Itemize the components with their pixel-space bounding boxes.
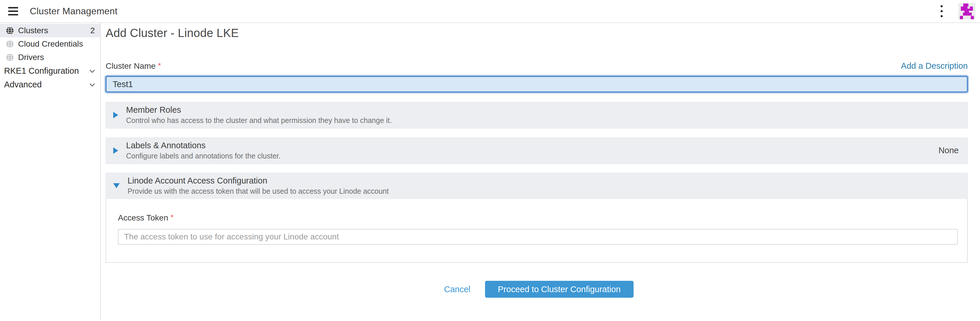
page-title: Add Cluster - Linode LKE: [106, 27, 968, 40]
accordion-linode-account-access[interactable]: Linode Account Access Configuration Prov…: [106, 173, 968, 199]
app-body: Clusters 2 Cloud Credentials: [0, 23, 980, 320]
triangle-right-icon: [113, 112, 118, 118]
cluster-name-label-row: Cluster Name* Add a Description: [106, 61, 968, 71]
accordion-member-roles[interactable]: Member Roles Control who has access to t…: [106, 102, 968, 128]
sidebar-item-cloud-credentials[interactable]: Cloud Credentials: [0, 37, 100, 51]
sidebar-section-rke1-configuration[interactable]: RKE1 Configuration: [0, 64, 100, 78]
triangle-right-icon: [113, 147, 118, 154]
sidebar-item-label: Clusters: [18, 26, 48, 35]
sidebar: Clusters 2 Cloud Credentials: [0, 23, 101, 320]
globe-icon: [6, 40, 14, 48]
globe-icon: [6, 27, 14, 35]
sidebar-item-label: Drivers: [18, 53, 44, 62]
required-asterisk: *: [158, 61, 161, 70]
sidebar-section-label: RKE1 Configuration: [4, 66, 79, 76]
hamburger-menu-icon[interactable]: [8, 7, 18, 16]
sidebar-item-label: Cloud Credentials: [18, 40, 83, 49]
accordion-title: Linode Account Access Configuration: [127, 176, 389, 185]
proceed-to-cluster-configuration-button[interactable]: Proceed to Cluster Configuration: [485, 281, 633, 298]
cluster-management-app: Cluster Management: [0, 0, 980, 321]
access-token-label: Access Token: [118, 213, 168, 222]
add-description-link[interactable]: Add a Description: [901, 61, 968, 71]
app-title: Cluster Management: [30, 6, 118, 17]
cancel-button[interactable]: Cancel: [440, 281, 474, 297]
sidebar-section-advanced[interactable]: Advanced: [0, 78, 100, 92]
globe-icon: [6, 53, 14, 62]
accordion-title: Labels & Annotations: [126, 141, 281, 150]
chevron-down-icon: [88, 81, 96, 89]
form-actions: Cancel Proceed to Cluster Configuration: [106, 281, 968, 298]
labels-none-value: None: [930, 145, 959, 155]
accordion-title: Member Roles: [126, 105, 391, 115]
access-token-input[interactable]: [118, 229, 958, 245]
app-header: Cluster Management: [0, 0, 980, 23]
clusters-count-badge: 2: [90, 26, 95, 35]
sidebar-section-label: Advanced: [4, 80, 42, 89]
sidebar-item-drivers[interactable]: Drivers: [0, 51, 100, 64]
rancher-logo-icon: [958, 3, 975, 19]
required-asterisk: *: [170, 213, 173, 222]
accordion-subtitle: Configure labels and annotations for the…: [126, 152, 281, 160]
accordion-subtitle: Provide us with the access token that wi…: [127, 187, 389, 196]
accordion-labels-annotations[interactable]: Labels & Annotations Configure labels an…: [106, 138, 968, 164]
linode-access-panel: Access Token*: [106, 199, 968, 263]
accordion-subtitle: Control who has access to the cluster an…: [126, 116, 391, 125]
sidebar-item-clusters[interactable]: Clusters 2: [0, 24, 100, 37]
chevron-down-icon: [88, 67, 96, 75]
main-content: Add Cluster - Linode LKE Cluster Name* A…: [101, 23, 980, 320]
cluster-name-input[interactable]: [106, 76, 968, 92]
cluster-name-label: Cluster Name: [106, 62, 156, 71]
triangle-down-icon: [113, 183, 120, 188]
kebab-menu-icon[interactable]: [938, 3, 945, 19]
